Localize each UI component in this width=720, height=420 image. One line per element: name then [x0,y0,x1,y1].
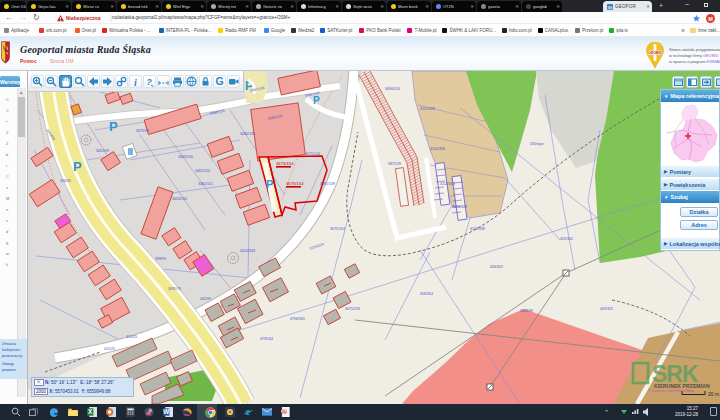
svg-text:GEOBID: GEOBID [648,51,662,55]
svg-text:G: G [215,76,223,87]
svg-text:387/139: 387/139 [388,162,401,166]
svg-text:PDF: PDF [281,410,287,414]
svg-text:4796/331: 4796/331 [290,317,305,321]
svg-text:4116/338: 4116/338 [470,227,485,231]
svg-text:4795/34: 4795/34 [260,337,273,341]
svg-text:W: W [163,408,169,415]
svg-text:20 m: 20 m [708,391,719,397]
svg-text:P: P [109,119,118,134]
svg-text:3095/79: 3095/79 [168,287,181,291]
svg-text:3090/116: 3090/116 [385,87,400,91]
svg-text:3075/134: 3075/134 [305,152,320,156]
svg-text:X: X [88,408,93,415]
svg-text:3465/150: 3465/150 [195,169,210,173]
svg-text:3075/194: 3075/194 [330,227,345,231]
svg-text:3080/135: 3080/135 [240,132,255,136]
svg-text:456/354: 456/354 [420,292,433,296]
svg-text:3051/99: 3051/99 [96,149,109,153]
svg-text:3458/39: 3458/39 [520,309,533,313]
svg-text:i: i [134,77,137,88]
svg-text:3050/333: 3050/333 [240,249,255,253]
svg-text:415/25: 415/25 [104,347,115,351]
svg-text:409/355: 409/355 [600,307,613,311]
svg-text:456/35: 456/35 [60,179,71,183]
svg-text:3453/150: 3453/150 [172,197,187,201]
svg-text:4115/328: 4115/328 [420,107,435,111]
svg-text:205/wyn: 205/wyn [530,142,543,146]
svg-text:P: P [313,95,320,106]
svg-text:3091/139: 3091/139 [320,182,335,186]
svg-text:445/99: 445/99 [200,297,211,301]
svg-text:456/352: 456/352 [490,265,503,269]
svg-text:413/25: 413/25 [126,335,137,339]
svg-text:4115/358: 4115/358 [440,182,455,186]
svg-text:3463/150: 3463/150 [178,155,193,159]
svg-text:3675/154: 3675/154 [286,181,304,186]
svg-text:459/352: 459/352 [560,237,573,241]
svg-text:3675/154: 3675/154 [276,161,294,166]
svg-text:3075/99: 3075/99 [136,129,149,133]
svg-text:© autorzy OpenStreetMap: © autorzy OpenStreetMap [648,388,695,393]
svg-text:4116/358: 4116/358 [430,147,445,151]
svg-text:P: P [266,178,273,190]
svg-text:P: P [73,159,82,174]
svg-text:398/99: 398/99 [155,257,166,261]
svg-text:3461/151: 3461/151 [198,182,213,186]
svg-text:3075/226: 3075/226 [345,307,360,311]
svg-text:4116/328: 4116/328 [452,205,467,209]
